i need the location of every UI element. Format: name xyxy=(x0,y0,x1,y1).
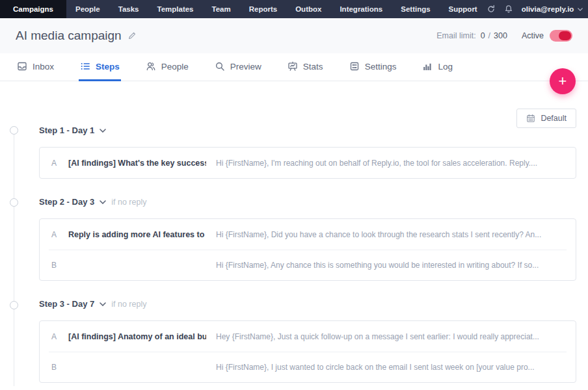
step-condition: if no reply xyxy=(111,300,146,309)
tab-preview[interactable]: Preview xyxy=(213,53,263,81)
chevron-down-icon xyxy=(100,302,106,306)
nav-item-people[interactable]: People xyxy=(66,0,109,18)
variant-letter: B xyxy=(51,261,68,270)
tab-people[interactable]: People xyxy=(144,53,190,81)
step-title: Step 3 - Day 7 xyxy=(39,299,94,309)
tab-stats[interactable]: Stats xyxy=(286,53,325,81)
step-card: A Reply is adding more AI features to it… xyxy=(39,218,576,281)
email-preview: Hi {FirstName}, I just wanted to circle … xyxy=(216,363,564,372)
bell-icon[interactable] xyxy=(504,5,513,14)
step-card: A [AI findings] What's the key success o… xyxy=(39,147,576,179)
settings-icon xyxy=(349,61,360,72)
people-icon xyxy=(146,61,156,72)
inbox-icon xyxy=(17,61,27,72)
step-block-2: Step 2 - Day 3 if no reply A Reply is ad… xyxy=(39,197,576,281)
step-marker xyxy=(10,126,18,135)
nav-item-support[interactable]: Support xyxy=(440,0,487,18)
tab-settings[interactable]: Settings xyxy=(348,53,398,81)
variant-letter: A xyxy=(51,159,68,168)
email-variant-row[interactable]: A [AI findings] Anatomy of an ideal bus.… xyxy=(49,321,567,352)
email-subject: [AI findings] Anatomy of an ideal bus... xyxy=(68,332,206,341)
preview-icon xyxy=(215,61,225,72)
step-condition: if no reply xyxy=(111,198,146,207)
tab-label: Log xyxy=(438,62,453,72)
email-preview: Hi {FirstName}, Any chance this is somet… xyxy=(216,261,564,270)
email-preview: Hey {FirstName}, Just a quick follow-up … xyxy=(216,332,564,341)
email-preview: Hi {FirstName}, I'm reaching out on beha… xyxy=(216,159,564,168)
tab-log[interactable]: Log xyxy=(421,53,454,81)
step-title: Step 2 - Day 3 xyxy=(39,197,94,207)
email-limit-used: 0 xyxy=(481,31,485,40)
nav-item-campaigns[interactable]: Campaigns xyxy=(0,0,66,18)
email-limit-label: Email limit: xyxy=(436,31,475,40)
nav-item-settings[interactable]: Settings xyxy=(392,0,439,18)
add-icon: + xyxy=(559,74,567,88)
header-right-cluster: Email limit: 0 / 300 Active xyxy=(436,30,572,42)
active-toggle[interactable] xyxy=(550,30,572,42)
steps-icon xyxy=(80,61,90,72)
log-icon xyxy=(422,61,433,72)
tab-steps[interactable]: Steps xyxy=(79,53,121,81)
variant-letter: A xyxy=(51,332,68,341)
step-block-1: Step 1 - Day 1 A [AI findings] What's th… xyxy=(39,125,576,179)
email-preview: Hi {FirstName}, Did you have a chance to… xyxy=(216,230,564,239)
top-nav: Campaigns People Tasks Templates Team Re… xyxy=(0,0,588,18)
reply-campaign-app: Campaigns People Tasks Templates Team Re… xyxy=(0,0,588,390)
tab-label: People xyxy=(161,62,189,72)
page-title: AI media campaign xyxy=(16,29,122,43)
step-block-3: Step 3 - Day 7 if no reply A [AI finding… xyxy=(39,299,576,383)
email-variant-row[interactable]: A [AI findings] What's the key success o… xyxy=(49,148,567,178)
chevron-down-icon xyxy=(100,129,106,133)
email-variant-row[interactable]: A Reply is adding more AI features to it… xyxy=(49,219,567,250)
default-button-label: Default xyxy=(541,114,567,123)
step-marker xyxy=(10,301,18,309)
nav-item-reports[interactable]: Reports xyxy=(240,0,286,18)
nav-item-outbox[interactable]: Outbox xyxy=(286,0,330,18)
stats-icon xyxy=(287,61,298,72)
email-variant-row[interactable]: B Hi {FirstName}, I just wanted to circl… xyxy=(49,352,567,382)
tab-bar: Inbox Steps People Preview Stats Setting… xyxy=(0,53,588,81)
nav-item-team[interactable]: Team xyxy=(203,0,240,18)
step-header[interactable]: Step 1 - Day 1 xyxy=(39,125,576,135)
email-limit-separator: / xyxy=(488,31,490,40)
timeline-line xyxy=(14,131,14,386)
variant-letter: B xyxy=(51,363,68,372)
nav-item-integrations[interactable]: Integrations xyxy=(330,0,392,18)
email-subject: Reply is adding more AI features to it..… xyxy=(68,230,206,239)
campaign-header: AI media campaign Email limit: 0 / 300 A… xyxy=(0,18,588,53)
tab-label: Steps xyxy=(96,62,120,72)
steps-list: Step 1 - Day 1 A [AI findings] What's th… xyxy=(39,81,576,383)
active-toggle-label: Active xyxy=(522,31,544,40)
nav-item-templates[interactable]: Templates xyxy=(148,0,202,18)
tab-inbox[interactable]: Inbox xyxy=(16,53,55,81)
email-variant-row[interactable]: B Hi {FirstName}, Any chance this is som… xyxy=(49,250,567,280)
chevron-down-icon xyxy=(100,200,106,204)
step-title: Step 1 - Day 1 xyxy=(39,125,94,135)
nav-item-tasks[interactable]: Tasks xyxy=(109,0,148,18)
email-subject: [AI findings] What's the key success o..… xyxy=(68,159,206,168)
steps-panel: + Default Step 1 - Day 1 A [AI findings]… xyxy=(0,81,588,390)
variant-letter: A xyxy=(51,230,68,239)
add-step-button[interactable]: + xyxy=(550,68,576,94)
toggle-knob xyxy=(559,31,571,40)
account-email: olivia@reply.io xyxy=(522,5,574,13)
chevron-down-icon xyxy=(578,8,583,11)
step-header[interactable]: Step 2 - Day 3 if no reply xyxy=(39,197,576,207)
step-marker xyxy=(10,198,18,207)
step-card: A [AI findings] Anatomy of an ideal bus.… xyxy=(39,320,576,383)
calendar-icon xyxy=(526,114,535,123)
account-menu[interactable]: olivia@reply.io xyxy=(522,5,583,13)
default-schedule-button[interactable]: Default xyxy=(516,109,576,128)
tab-label: Inbox xyxy=(33,62,54,72)
step-header[interactable]: Step 3 - Day 7 if no reply xyxy=(39,299,576,309)
refresh-icon[interactable] xyxy=(487,5,496,14)
tab-label: Preview xyxy=(230,62,261,72)
nav-right-cluster: olivia@reply.io xyxy=(487,0,588,18)
email-limit-total: 300 xyxy=(494,31,507,40)
tab-label: Stats xyxy=(303,62,323,72)
edit-title-icon[interactable] xyxy=(127,31,137,40)
tab-label: Settings xyxy=(365,62,397,72)
